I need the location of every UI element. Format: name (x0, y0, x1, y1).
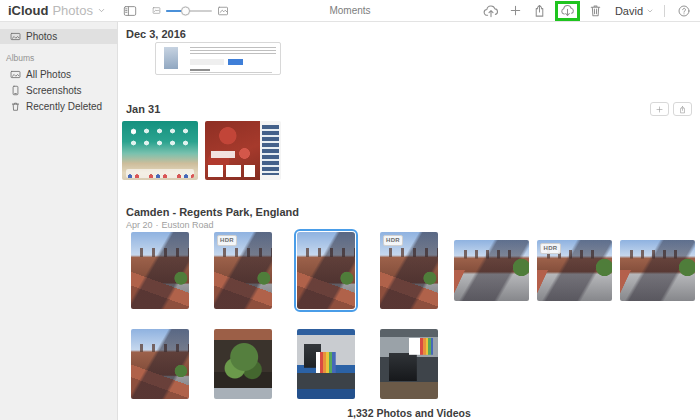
sidebar-item-screenshots[interactable]: Screenshots (0, 83, 117, 97)
photo-row (118, 121, 700, 180)
sidebar-albums-heading: Albums (0, 44, 117, 67)
zoom-out-thumbnail-icon[interactable] (152, 6, 161, 15)
photo-polaroid-film-box[interactable] (380, 329, 438, 399)
moment-location: Euston Road (162, 220, 214, 230)
section-header-camden: Camden - Regents Park, England (118, 206, 700, 218)
share-icon (678, 105, 687, 114)
photo-cell (201, 329, 284, 399)
moment-title: Camden - Regents Park, England (126, 206, 299, 218)
moment-date: Jan 31 (126, 103, 160, 115)
photo-building-landscape[interactable] (620, 240, 695, 301)
sidebar-item-label: Recently Deleted (26, 101, 102, 112)
slider-knob[interactable] (181, 6, 190, 15)
chevron-down-icon (97, 6, 106, 15)
photo-building-portrait[interactable] (131, 329, 189, 399)
sidebar: Photos Albums All Photos Screenshots Rec… (0, 22, 118, 420)
photo-ipad-photos-screenshot[interactable] (205, 121, 281, 180)
sidebar-item-label: All Photos (26, 69, 71, 80)
photo-row (155, 42, 700, 75)
toolbar-divider (664, 5, 665, 17)
annotation-highlight-box (555, 1, 580, 21)
add-to-album-button[interactable] (650, 102, 669, 116)
photo-cell (284, 329, 367, 399)
photo-cell (284, 231, 367, 309)
photo-building-landscape[interactable] (454, 240, 529, 301)
sidebar-item-all-photos[interactable]: All Photos (0, 67, 117, 81)
delete-icon[interactable] (587, 2, 604, 20)
toolbar-actions: David (483, 1, 692, 21)
photo-row (118, 329, 700, 399)
moment-subtitle: Apr 20·Euston Road (118, 218, 700, 230)
hdr-badge: HDR (540, 243, 561, 254)
user-name: David (615, 5, 643, 17)
view-title: Moments (329, 5, 370, 16)
photo-cell (201, 121, 284, 180)
photo-cell (367, 329, 450, 399)
sidebar-item-label: Photos (26, 31, 57, 42)
upload-to-cloud-icon[interactable] (483, 2, 500, 20)
photo-plant[interactable] (214, 329, 272, 399)
app-title[interactable]: iCloud Photos (8, 3, 106, 18)
photo-cell (450, 231, 533, 309)
photo-building-portrait-hdr[interactable]: HDR (214, 232, 272, 309)
add-icon (655, 105, 664, 114)
photos-icon (10, 31, 21, 42)
section-header-dec: Dec 3, 2016 (118, 28, 700, 40)
photo-cell (118, 231, 201, 309)
share-icon[interactable] (531, 2, 548, 20)
sidebar-item-label: Screenshots (26, 85, 82, 96)
download-from-cloud-icon[interactable] (560, 3, 575, 18)
photo-cell (118, 121, 201, 180)
section-header-jan: Jan 31 (118, 102, 700, 116)
library-summary: 1,332 Photos and Videos Updated at 12:07… (118, 407, 700, 420)
add-icon[interactable] (507, 2, 524, 20)
slider-track[interactable] (166, 10, 212, 12)
photo-webpage-screenshot[interactable] (155, 42, 281, 75)
hdr-badge: HDR (383, 235, 404, 246)
photo-building-portrait[interactable] (131, 232, 189, 309)
photo-building-landscape-hdr[interactable]: HDR (537, 240, 612, 301)
phone-icon (10, 85, 21, 96)
top-toolbar: iCloud Photos Moments (0, 0, 700, 22)
photo-cell: HDR (367, 231, 450, 309)
photo-count: 1,332 Photos and Videos (118, 407, 700, 419)
photo-building-portrait-selected[interactable] (297, 232, 355, 309)
moment-hover-actions (650, 102, 692, 116)
hdr-badge: HDR (217, 235, 238, 246)
chevron-down-icon (646, 7, 654, 15)
album-icon (10, 69, 21, 80)
subtitle-separator: · (156, 220, 159, 230)
account-menu[interactable]: David (615, 5, 654, 17)
photo-building-portrait-hdr[interactable]: HDR (380, 232, 438, 309)
sidebar-toggle-icon[interactable] (122, 4, 138, 18)
sidebar-item-recently-deleted[interactable]: Recently Deleted (0, 99, 117, 113)
app-title-brand: iCloud (8, 3, 48, 18)
photo-cell: HDR (533, 231, 616, 309)
app-title-section: Photos (52, 3, 92, 18)
moment-date: Dec 3, 2016 (126, 28, 186, 40)
photo-ipad-home-screenshot[interactable] (122, 121, 198, 180)
photo-cell (616, 231, 699, 309)
thumbnail-zoom-slider[interactable] (152, 5, 229, 17)
share-moment-button[interactable] (673, 102, 692, 116)
sidebar-item-photos[interactable]: Photos (0, 29, 117, 44)
photo-polaroid-camera[interactable] (297, 329, 355, 399)
photo-cell: HDR (201, 231, 284, 309)
trash-icon (10, 101, 21, 112)
moment-date: Apr 20 (126, 220, 153, 230)
help-icon[interactable] (675, 2, 692, 20)
zoom-in-thumbnail-icon[interactable] (217, 5, 229, 17)
photo-cell (118, 329, 201, 399)
moments-content: Dec 3, 2016 Jan 31 Camden - Regents Park… (118, 22, 700, 420)
photo-row: HDRHDRHDR (118, 231, 700, 309)
